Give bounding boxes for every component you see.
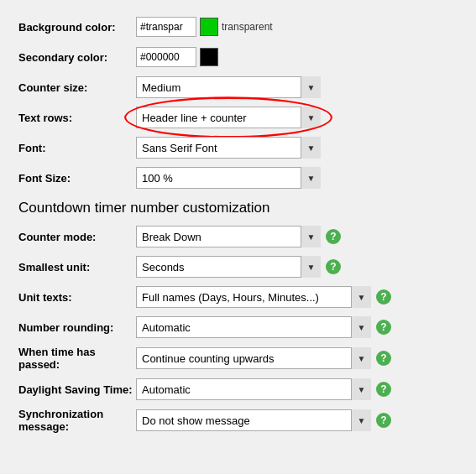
counter-mode-select-wrapper: Break Down Count Up Count Down ▼ bbox=[136, 226, 321, 247]
smallest-unit-label: Smallest unit: bbox=[18, 261, 136, 273]
settings-panel: Background color: transparent Secondary … bbox=[8, 8, 468, 446]
counter-size-label: Counter size: bbox=[18, 81, 136, 94]
bg-color-input-group: transparent bbox=[136, 17, 273, 37]
daylight-label: Daylight Saving Time: bbox=[18, 383, 136, 396]
font-select-wrapper: Sans Serif Font Serif Font Monospace Fon… bbox=[136, 137, 321, 159]
number-rounding-help-icon[interactable]: ? bbox=[376, 320, 391, 335]
when-passed-select-wrapper: Continue counting upwards Show zeros Hid… bbox=[136, 347, 371, 369]
sec-color-row: Secondary color: bbox=[18, 45, 458, 69]
unit-texts-row: Unit texts: Full names (Days, Hours, Min… bbox=[18, 285, 458, 309]
sec-color-input-group bbox=[136, 47, 218, 67]
sync-label: Synchronization message: bbox=[18, 408, 136, 433]
text-rows-highlight-wrapper: Counter only Header line + counter Heade… bbox=[136, 107, 321, 128]
unit-texts-help-icon[interactable]: ? bbox=[376, 289, 391, 305]
bg-color-text-input[interactable] bbox=[136, 17, 196, 37]
sec-color-swatch[interactable] bbox=[200, 48, 218, 66]
when-passed-help-icon[interactable]: ? bbox=[376, 351, 391, 366]
bg-color-value: transparent bbox=[136, 17, 458, 37]
font-size-select-wrapper: 75 % 100 % 125 % 150 % ▼ bbox=[136, 167, 321, 189]
bg-color-swatch[interactable] bbox=[200, 18, 218, 36]
daylight-select[interactable]: Automatic Add 1 hour Subtract 1 hour bbox=[136, 378, 371, 400]
sync-row-help: Do not show message Show message ▼ ? bbox=[136, 409, 458, 431]
bg-color-row: Background color: transparent bbox=[18, 15, 458, 39]
smallest-unit-value: Milliseconds Seconds Minutes Hours Days … bbox=[136, 256, 458, 278]
sec-color-value bbox=[136, 47, 458, 67]
smallest-unit-select-wrapper: Milliseconds Seconds Minutes Hours Days … bbox=[136, 256, 321, 278]
smallest-unit-row: Smallest unit: Milliseconds Seconds Minu… bbox=[18, 255, 458, 279]
when-passed-row: When time has passed: Continue counting … bbox=[18, 346, 458, 371]
number-rounding-row-help: Automatic Round up Round down ▼ ? bbox=[136, 316, 458, 338]
number-rounding-value: Automatic Round up Round down ▼ ? bbox=[136, 316, 458, 338]
sec-color-label: Secondary color: bbox=[18, 51, 136, 64]
unit-texts-label: Unit texts: bbox=[18, 291, 136, 304]
font-label: Font: bbox=[18, 142, 136, 154]
text-rows-select[interactable]: Counter only Header line + counter Heade… bbox=[136, 107, 321, 128]
font-row: Font: Sans Serif Font Serif Font Monospa… bbox=[18, 136, 458, 159]
text-rows-value: Counter only Header line + counter Heade… bbox=[136, 107, 458, 128]
number-rounding-label: Number rounding: bbox=[18, 321, 136, 334]
counter-size-select[interactable]: Small Medium Large Extra Large bbox=[136, 76, 321, 98]
font-size-row: Font Size: 75 % 100 % 125 % 150 % ▼ bbox=[18, 166, 458, 190]
text-rows-label: Text rows: bbox=[18, 112, 136, 124]
counter-mode-row-help: Break Down Count Up Count Down ▼ ? bbox=[136, 226, 458, 247]
unit-texts-row-help: Full names (Days, Hours, Minutes...) Sho… bbox=[136, 286, 458, 308]
when-passed-label: When time has passed: bbox=[18, 346, 136, 371]
sync-row: Synchronization message: Do not show mes… bbox=[18, 408, 458, 433]
when-passed-select[interactable]: Continue counting upwards Show zeros Hid… bbox=[136, 347, 371, 369]
daylight-value: Automatic Add 1 hour Subtract 1 hour ▼ ? bbox=[136, 378, 458, 400]
when-passed-value: Continue counting upwards Show zeros Hid… bbox=[136, 347, 458, 369]
sync-help-icon[interactable]: ? bbox=[376, 413, 391, 428]
sync-select[interactable]: Do not show message Show message bbox=[136, 409, 371, 431]
sync-select-wrapper: Do not show message Show message ▼ bbox=[136, 409, 371, 431]
text-rows-select-wrapper: Counter only Header line + counter Heade… bbox=[136, 107, 321, 128]
unit-texts-select-wrapper: Full names (Days, Hours, Minutes...) Sho… bbox=[136, 286, 371, 308]
font-size-label: Font Size: bbox=[18, 172, 136, 185]
font-value: Sans Serif Font Serif Font Monospace Fon… bbox=[136, 137, 458, 159]
font-size-select[interactable]: 75 % 100 % 125 % 150 % bbox=[136, 167, 321, 189]
sec-color-text-input[interactable] bbox=[136, 47, 196, 67]
counter-mode-select[interactable]: Break Down Count Up Count Down bbox=[136, 226, 321, 247]
sync-value: Do not show message Show message ▼ ? bbox=[136, 409, 458, 431]
bg-color-transparent-label: transparent bbox=[222, 21, 273, 33]
number-rounding-select-wrapper: Automatic Round up Round down ▼ bbox=[136, 316, 371, 338]
text-rows-row: Text rows: Counter only Header line + co… bbox=[18, 106, 458, 129]
counter-mode-value: Break Down Count Up Count Down ▼ ? bbox=[136, 226, 458, 247]
section-title: Countdown timer number customization bbox=[18, 200, 458, 216]
counter-mode-label: Counter mode: bbox=[18, 231, 136, 243]
number-rounding-row: Number rounding: Automatic Round up Roun… bbox=[18, 315, 458, 339]
counter-size-value: Small Medium Large Extra Large ▼ bbox=[136, 76, 458, 98]
unit-texts-value: Full names (Days, Hours, Minutes...) Sho… bbox=[136, 286, 458, 308]
daylight-help-icon[interactable]: ? bbox=[376, 382, 391, 397]
counter-size-row: Counter size: Small Medium Large Extra L… bbox=[18, 76, 458, 99]
smallest-unit-help-icon[interactable]: ? bbox=[326, 259, 341, 274]
font-size-value: 75 % 100 % 125 % 150 % ▼ bbox=[136, 167, 458, 189]
when-passed-row-help: Continue counting upwards Show zeros Hid… bbox=[136, 347, 458, 369]
bg-color-label: Background color: bbox=[18, 21, 136, 34]
smallest-unit-row-help: Milliseconds Seconds Minutes Hours Days … bbox=[136, 256, 458, 278]
number-rounding-select[interactable]: Automatic Round up Round down bbox=[136, 316, 371, 338]
counter-mode-help-icon[interactable]: ? bbox=[326, 229, 341, 244]
daylight-select-wrapper: Automatic Add 1 hour Subtract 1 hour ▼ bbox=[136, 378, 371, 400]
daylight-row-help: Automatic Add 1 hour Subtract 1 hour ▼ ? bbox=[136, 378, 458, 400]
font-select[interactable]: Sans Serif Font Serif Font Monospace Fon… bbox=[136, 137, 321, 159]
counter-mode-row: Counter mode: Break Down Count Up Count … bbox=[18, 225, 458, 248]
unit-texts-select[interactable]: Full names (Days, Hours, Minutes...) Sho… bbox=[136, 286, 371, 308]
smallest-unit-select[interactable]: Milliseconds Seconds Minutes Hours Days bbox=[136, 256, 321, 278]
daylight-row: Daylight Saving Time: Automatic Add 1 ho… bbox=[18, 378, 458, 401]
counter-size-select-wrapper: Small Medium Large Extra Large ▼ bbox=[136, 76, 321, 98]
